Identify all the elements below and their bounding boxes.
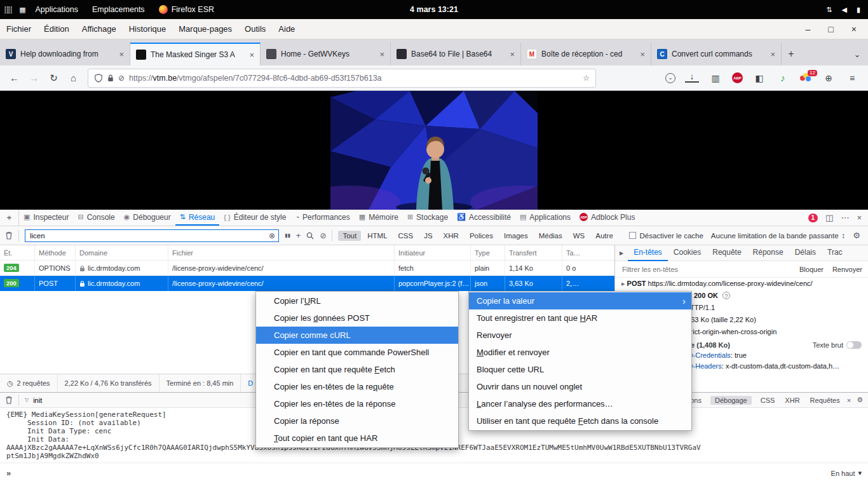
headers-filter-input[interactable] [621, 265, 790, 274]
network-settings-gear-icon[interactable]: ⚙ [853, 231, 860, 240]
column-header[interactable]: Domaine [75, 245, 168, 260]
browser-tab[interactable]: VHelp downloading from× [0, 43, 130, 65]
devtools-tab[interactable]: ABPAdblock Plus [575, 210, 639, 226]
system-bar-menu[interactable]: Applications [29, 0, 85, 19]
close-devtools-icon[interactable]: × [857, 213, 862, 222]
notes-extension-icon[interactable]: ♪ [776, 72, 790, 83]
column-header[interactable]: Type [470, 245, 505, 260]
request-type-filter[interactable]: Autre [591, 231, 618, 241]
request-type-filter[interactable]: JS [419, 231, 437, 241]
context-menu-item[interactable]: Tout copier en tant que HAR [256, 430, 458, 447]
downloads-icon[interactable]: ↓ [685, 73, 699, 83]
menubar-item[interactable]: Historique [123, 21, 173, 37]
power-icon[interactable]: ▮ [857, 6, 860, 14]
context-menu-item[interactable]: Bloquer cette URL [469, 361, 691, 378]
clear-console-icon[interactable] [5, 396, 13, 404]
request-summary-line[interactable]: ▸ POST https://lic.drmtoday.com/license-… [615, 278, 868, 290]
column-header[interactable]: Ét. [0, 245, 34, 260]
tab-close-icon[interactable]: × [119, 50, 124, 59]
devtools-tab[interactable]: ♿Accessibilité [452, 210, 515, 226]
console-filter-button[interactable]: Débogage [710, 396, 752, 405]
hamburger-menu-icon[interactable]: ≡ [845, 73, 859, 83]
devtools-tab[interactable]: ▣Inspecteur [19, 210, 73, 226]
network-request-row[interactable]: 200POSTlic.drmtoday.com/license-proxy-wi… [0, 276, 614, 291]
new-tab-button[interactable]: + [782, 43, 801, 65]
clear-requests-icon[interactable] [5, 231, 13, 240]
help-icon[interactable]: ? [722, 292, 730, 299]
browser-tab[interactable]: Home - GetWVKeys× [261, 43, 391, 65]
console-filter-button[interactable]: XHR [783, 396, 801, 405]
context-menu-item[interactable]: Utiliser en tant que requête Fetch dans … [469, 412, 691, 430]
url-bar[interactable]: ⊘ https://vtm.be/vtmgo/afspelen/7c077294… [88, 69, 596, 88]
context-menu-item[interactable]: Lancer l’analyse des performances… [469, 395, 691, 412]
throttling-dropdown[interactable]: Aucune limitation de la bande passante ↕ [711, 232, 846, 240]
console-filter-button[interactable]: Requêtes [809, 396, 841, 405]
devtools-tab[interactable]: ▦Mémoire [355, 210, 403, 226]
details-tab[interactable]: Réponse [747, 245, 789, 261]
devtools-tab[interactable]: ◔Performances [290, 210, 354, 226]
request-type-filter[interactable]: Polices [465, 231, 498, 241]
search-icon[interactable] [306, 232, 314, 240]
network-filter-box[interactable]: ⊗ [25, 229, 279, 242]
maximize-button[interactable]: □ [828, 24, 833, 34]
devtools-options-icon[interactable]: ⋯ [841, 213, 849, 222]
error-count-badge[interactable]: 1 [808, 214, 818, 222]
details-tab[interactable]: Cookies [668, 245, 707, 261]
permissions-blocked-icon[interactable]: ⊘ [118, 74, 125, 83]
context-menu-item[interactable]: Tout enregistrer en tant que HAR [469, 309, 691, 327]
firefox-esr-menu[interactable]: Firefox ESR [152, 5, 221, 14]
clear-filter-icon[interactable]: ⊗ [269, 231, 275, 240]
menubar-item[interactable]: Édition [37, 21, 76, 37]
browser-tab[interactable]: Base64 to File | Base64× [391, 43, 521, 65]
request-type-filter[interactable]: Tout [338, 231, 361, 241]
request-type-filter[interactable]: CSS [394, 231, 418, 241]
close-window-button[interactable]: × [851, 24, 857, 34]
details-tab[interactable]: En-têtes [628, 245, 668, 261]
pause-recording-icon[interactable]: ▮▮ [285, 233, 290, 238]
system-bar-menu[interactable]: Emplacements [85, 0, 152, 19]
context-menu-item[interactable]: Copier en tant que commande PowerShell [256, 344, 458, 361]
devtools-tab[interactable]: ▤Applications [515, 210, 575, 226]
home-button[interactable]: ⌂ [64, 72, 83, 83]
context-menu-item[interactable]: Copier l’URL [256, 292, 458, 309]
menubar-item[interactable]: Outils [238, 21, 272, 37]
console-filter-input[interactable] [32, 396, 102, 405]
list-all-tabs-button[interactable]: ⌄ [846, 43, 868, 65]
column-header[interactable]: Méthode [34, 245, 75, 260]
tab-close-icon[interactable]: × [249, 50, 254, 60]
tab-close-icon[interactable]: × [770, 50, 775, 59]
menubar-item[interactable]: Fichier [0, 21, 37, 37]
context-menu-item[interactable]: Copier la valeur› [469, 292, 691, 309]
console-filter-box[interactable]: ▽ [25, 396, 120, 405]
column-header[interactable]: Initiateur [394, 245, 470, 260]
node-picker-icon[interactable]: ⌖ [0, 210, 19, 226]
context-menu-item[interactable]: Modifier et renvoyer [469, 344, 691, 361]
tab-close-icon[interactable]: × [510, 50, 515, 59]
raw-toggle[interactable] [846, 341, 862, 349]
request-type-filter[interactable]: XHR [439, 231, 463, 241]
context-menu-item[interactable]: Copier la réponse [256, 412, 458, 430]
lock-icon[interactable] [107, 74, 114, 82]
adblock-plus-icon[interactable]: ABP [732, 72, 743, 83]
context-menu-item[interactable]: Copier en tant que requête Fetch [256, 361, 458, 378]
forward-button[interactable]: → [25, 72, 43, 83]
request-type-filter[interactable]: Médias [534, 231, 567, 241]
devtools-tab[interactable]: ⊟Console [73, 210, 119, 226]
devtools-tab[interactable]: { }Éditeur de style [219, 210, 290, 226]
url-text[interactable]: https://vtm.be/vtmgo/afspelen/7c077294-8… [129, 74, 578, 83]
details-tab[interactable]: Requête [707, 245, 747, 261]
bookmark-star-icon[interactable]: ☆ [583, 74, 590, 83]
context-menu-item[interactable]: Copier comme cURL [256, 327, 458, 344]
request-type-filter[interactable]: WS [569, 231, 590, 241]
devtools-tab[interactable]: ⇅Réseau [175, 210, 220, 226]
devtools-tab[interactable]: ⊞Stockage [403, 210, 452, 226]
request-type-filter[interactable]: Images [499, 231, 532, 241]
reload-button[interactable]: ↻ [44, 72, 63, 84]
library-icon[interactable]: ▥ [709, 73, 722, 83]
column-header[interactable]: Fichier [168, 245, 394, 260]
network-filter-input[interactable] [29, 231, 266, 240]
menubar-item[interactable]: Aide [272, 21, 301, 37]
minimize-button[interactable]: – [806, 24, 811, 34]
apps-grid-icon[interactable]: ⣿⣿ [0, 6, 15, 14]
sidebar-icon[interactable]: ◧ [752, 73, 766, 83]
